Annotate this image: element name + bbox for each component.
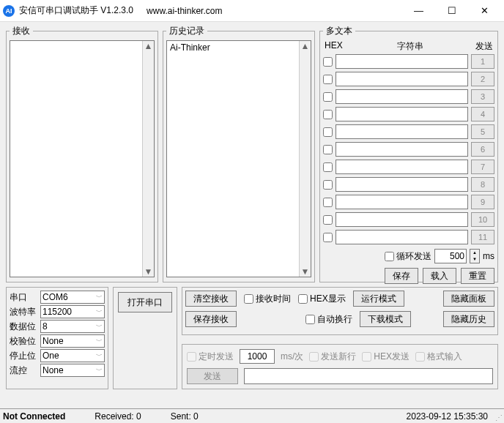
- multitext-row: 5: [323, 124, 494, 139]
- history-textarea[interactable]: Ai-Thinker ▲▼: [166, 40, 311, 277]
- flow-label: 流控: [10, 364, 37, 377]
- title-bar: AI 安信可串口调试助手 V1.2.3.0 www.ai-thinker.com…: [0, 0, 504, 22]
- hex-checkbox[interactable]: [323, 215, 333, 225]
- receive-textarea[interactable]: ▲▼: [10, 40, 155, 277]
- send-row-button[interactable]: 11: [471, 230, 494, 244]
- save-receive-button[interactable]: 保存接收: [185, 311, 237, 327]
- reset-multitext-button[interactable]: 重置: [461, 268, 494, 284]
- close-button[interactable]: ✕: [468, 1, 501, 21]
- format-input-checkbox: [415, 352, 425, 362]
- string-input[interactable]: [336, 160, 468, 174]
- scrollbar[interactable]: ▲▼: [299, 41, 311, 277]
- save-multitext-button[interactable]: 保存: [385, 268, 418, 284]
- send-newline-checkbox: [309, 352, 319, 362]
- open-port-box: 打开串口: [113, 287, 177, 389]
- parity-combo[interactable]: None: [40, 334, 105, 348]
- maximize-button[interactable]: ☐: [435, 1, 468, 21]
- hex-checkbox[interactable]: [323, 145, 333, 154]
- hex-checkbox[interactable]: [323, 198, 333, 207]
- string-input[interactable]: [336, 195, 468, 209]
- send-button: 发送: [187, 368, 238, 384]
- send-row-button[interactable]: 2: [471, 72, 494, 86]
- history-content: Ai-Thinker: [167, 41, 311, 54]
- window-title: 安信可串口调试助手 V1.2.3.0: [19, 4, 133, 17]
- multitext-legend: 多文本: [323, 25, 355, 37]
- multitext-row: 8: [323, 177, 494, 192]
- loop-interval-input[interactable]: [434, 249, 467, 263]
- send-row-button[interactable]: 1: [471, 54, 494, 69]
- hex-checkbox[interactable]: [323, 57, 333, 67]
- auto-wrap-checkbox[interactable]: [305, 315, 315, 324]
- run-mode-button[interactable]: 运行模式: [353, 291, 404, 307]
- multitext-row: 11: [323, 230, 494, 244]
- loop-send-label: 循环发送: [396, 250, 431, 263]
- multitext-row: 3: [323, 89, 494, 104]
- multitext-row: 6: [323, 142, 494, 157]
- multitext-row: 7: [323, 160, 494, 174]
- loop-unit: ms: [483, 251, 494, 261]
- string-input[interactable]: [336, 142, 468, 157]
- string-input[interactable]: [336, 212, 468, 227]
- timed-send-checkbox: [187, 352, 196, 362]
- col-send: 发送: [470, 40, 493, 53]
- stopbits-combo[interactable]: One: [40, 349, 105, 362]
- string-input[interactable]: [336, 177, 468, 192]
- loop-send-checkbox[interactable]: [385, 252, 394, 261]
- send-row-button[interactable]: 9: [471, 195, 494, 209]
- send-row-button[interactable]: 4: [471, 107, 494, 121]
- port-settings: 串口COM6 波特率115200 数据位8 校验位None 停止位One 流控N…: [6, 287, 108, 389]
- port-label: 串口: [10, 291, 37, 304]
- port-combo[interactable]: COM6: [40, 291, 105, 304]
- download-mode-button[interactable]: 下载模式: [360, 311, 411, 327]
- minimize-button[interactable]: —: [402, 1, 435, 21]
- data-label: 数据位: [10, 321, 37, 333]
- hide-history-button[interactable]: 隐藏历史: [443, 311, 494, 327]
- databits-combo[interactable]: 8: [40, 320, 105, 333]
- baud-combo[interactable]: 115200: [40, 305, 105, 318]
- string-input[interactable]: [336, 89, 468, 104]
- hex-checkbox[interactable]: [323, 180, 333, 190]
- send-row-button[interactable]: 5: [471, 124, 494, 139]
- send-row-button[interactable]: 8: [471, 177, 494, 192]
- multitext-row: 10: [323, 212, 494, 227]
- clear-receive-button[interactable]: 清空接收: [185, 291, 237, 307]
- load-multitext-button[interactable]: 载入: [423, 268, 456, 284]
- status-bar: Not Connected Received: 0 Sent: 0 2023-0…: [0, 408, 504, 423]
- loop-interval-spinner[interactable]: ▲▼: [470, 249, 480, 263]
- send-row-button[interactable]: 10: [471, 212, 494, 227]
- history-panel: 历史记录 Ai-Thinker ▲▼: [163, 25, 315, 282]
- hex-checkbox[interactable]: [323, 110, 333, 119]
- hex-checkbox[interactable]: [323, 75, 333, 84]
- parity-label: 校验位: [10, 335, 37, 348]
- receive-panel: 接收 ▲▼: [6, 25, 158, 282]
- flow-combo[interactable]: None: [40, 364, 105, 377]
- col-string: 字符串: [351, 40, 470, 53]
- send-message-input[interactable]: [244, 368, 493, 384]
- multitext-row: 9: [323, 195, 494, 209]
- string-input[interactable]: [336, 230, 468, 244]
- hide-panel-button[interactable]: 隐藏面板: [443, 291, 494, 307]
- hex-checkbox[interactable]: [323, 162, 333, 172]
- send-row-button[interactable]: 7: [471, 160, 494, 174]
- string-input[interactable]: [336, 124, 468, 139]
- multitext-row: 2: [323, 72, 494, 86]
- string-input[interactable]: [336, 54, 468, 69]
- open-port-button[interactable]: 打开串口: [118, 292, 172, 312]
- hex-checkbox[interactable]: [323, 92, 333, 102]
- col-hex: HEX: [325, 40, 351, 53]
- status-time: 2023-09-12 15:35:30: [407, 411, 488, 422]
- recv-time-checkbox[interactable]: [244, 294, 253, 304]
- string-input[interactable]: [336, 107, 468, 121]
- string-input[interactable]: [336, 72, 468, 86]
- hex-display-checkbox[interactable]: [298, 294, 308, 304]
- interval-input[interactable]: [240, 349, 275, 364]
- resize-grip-icon[interactable]: ⋰: [495, 413, 503, 422]
- interval-unit: ms/次: [281, 351, 303, 363]
- hex-checkbox[interactable]: [323, 127, 333, 137]
- multitext-panel: 多文本 HEX 字符串 发送 1234567891011 循环发送 ▲▼ ms …: [319, 25, 498, 282]
- scrollbar[interactable]: ▲▼: [142, 41, 154, 277]
- hex-checkbox[interactable]: [323, 233, 333, 242]
- send-row-button[interactable]: 6: [471, 142, 494, 157]
- send-row-button[interactable]: 3: [471, 89, 494, 104]
- control-panel: 清空接收 接收时间 HEX显示 运行模式 隐藏面板 保存接收 自动换行 下载模式…: [182, 287, 498, 335]
